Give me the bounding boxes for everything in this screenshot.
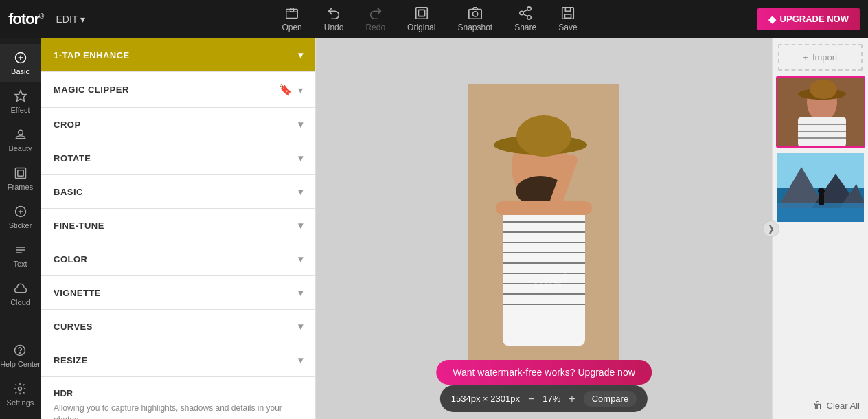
chevron-down-icon: ▾	[80, 14, 85, 25]
toolbar: Open Undo Redo Original Snapshot Share S…	[102, 5, 757, 32]
toolbar-snapshot[interactable]: Snapshot	[457, 5, 492, 32]
svg-rect-57	[819, 193, 824, 205]
svg-marker-16	[14, 91, 26, 102]
upgrade-button[interactable]: ◆ UPGRADE NOW	[757, 8, 860, 30]
effect-icon	[14, 89, 27, 103]
sidebar-item-beauty[interactable]: Beauty	[0, 121, 41, 159]
photo-thumb-1[interactable]	[776, 76, 865, 148]
svg-rect-19	[17, 170, 23, 176]
rotate-header[interactable]: ROTATE ▾	[41, 141, 315, 174]
crop-header[interactable]: CROP ▾	[41, 108, 315, 141]
sidebar-item-basic[interactable]: Basic	[0, 44, 41, 82]
sidebar-item-sticker[interactable]: Sticker	[0, 198, 41, 236]
section-resize: RESIZE ▾	[41, 343, 315, 377]
svg-point-22	[20, 353, 21, 354]
enhance-chevron: ▾	[298, 49, 304, 60]
import-button[interactable]: + Import	[778, 44, 863, 71]
settings-icon	[13, 382, 27, 396]
svg-point-17	[18, 130, 23, 135]
panel-toggle[interactable]: ❯	[763, 220, 779, 237]
topbar: fotor® EDIT ▾ Open Undo Redo Original Sn…	[0, 0, 868, 38]
crop-chevron: ▾	[298, 119, 304, 130]
svg-rect-4	[469, 10, 481, 19]
toolbar-open[interactable]: Open	[282, 5, 301, 32]
resize-header[interactable]: RESIZE ▾	[41, 343, 315, 376]
svg-point-5	[472, 12, 477, 16]
beauty-icon	[14, 128, 27, 141]
sidebar-item-settings[interactable]: Settings	[0, 375, 41, 414]
basic-icon	[14, 51, 27, 65]
vignette-header[interactable]: VIGNETTE ▾	[41, 276, 315, 309]
text-icon	[14, 243, 27, 257]
section-basic: BASIC ▾	[41, 175, 315, 209]
svg-point-8	[527, 16, 532, 19]
vignette-chevron: ▾	[298, 287, 304, 298]
svg-line-9	[523, 14, 527, 16]
redo-icon	[368, 5, 383, 21]
hdr-title: HDR	[54, 388, 303, 398]
section-enhance: 1-TAP ENHANCE ▾	[41, 38, 315, 72]
color-chevron: ▾	[298, 253, 304, 264]
edit-dropdown[interactable]: EDIT ▾	[56, 14, 85, 25]
sidebar-item-help[interactable]: Help Center	[0, 337, 41, 375]
snapshot-icon	[468, 5, 483, 21]
canvas-dimensions: 1534px × 2301px	[451, 394, 520, 404]
logo: fotor®	[8, 10, 43, 28]
toolbar-original[interactable]: Original	[407, 5, 435, 32]
photo-thumb-2[interactable]	[776, 152, 865, 223]
finetune-header[interactable]: FINE-TUNE ▾	[41, 209, 315, 242]
help-icon	[13, 343, 27, 357]
svg-point-46	[810, 80, 837, 99]
svg-point-58	[818, 188, 825, 194]
open-icon	[284, 5, 299, 21]
svg-rect-11	[562, 8, 574, 19]
svg-point-37	[516, 115, 571, 157]
magic-clipper-right: 🔖 ▾	[279, 83, 303, 96]
sidebar-item-frames[interactable]: Frames	[0, 159, 41, 198]
svg-rect-47	[798, 117, 846, 146]
section-hdr: HDR Allowing you to capture highlights, …	[41, 377, 315, 419]
zoom-in-button[interactable]: +	[569, 393, 575, 405]
section-curves: CURVES ▾	[41, 310, 315, 343]
hdr-description: Allowing you to capture highlights, shad…	[54, 403, 303, 419]
enhance-header[interactable]: 1-TAP ENHANCE ▾	[41, 38, 315, 71]
watermark-banner[interactable]: Want watermark-free works? Upgrade now	[436, 360, 652, 385]
original-icon	[414, 5, 429, 21]
zoom-out-button[interactable]: −	[528, 393, 534, 405]
trash-icon: 🗑	[813, 400, 823, 411]
color-header[interactable]: COLOR ▾	[41, 242, 315, 275]
svg-rect-3	[418, 10, 424, 16]
save-icon	[560, 5, 575, 21]
share-icon	[518, 5, 533, 21]
compare-button[interactable]: Compare	[584, 391, 637, 407]
sticker-icon	[14, 205, 27, 218]
undo-icon	[326, 5, 341, 21]
svg-line-10	[523, 10, 527, 12]
section-rotate: ROTATE ▾	[41, 141, 315, 175]
svg-point-7	[520, 11, 524, 15]
svg-rect-0	[286, 10, 298, 19]
section-vignette: VIGNETTE ▾	[41, 276, 315, 310]
main-layout: Basic Effect Beauty Frames Sticker Text …	[0, 38, 868, 419]
cloud-icon	[14, 282, 27, 295]
svg-rect-56	[777, 203, 865, 222]
svg-point-6	[527, 7, 532, 11]
toolbar-share[interactable]: Share	[514, 5, 536, 32]
left-sidebar: Basic Effect Beauty Frames Sticker Text …	[0, 38, 41, 419]
clear-all-button[interactable]: 🗑 Clear All	[813, 400, 860, 411]
sidebar-item-text[interactable]: Text	[0, 236, 41, 275]
right-panel: ❯ + Import	[772, 38, 868, 419]
magic-clipper-row[interactable]: MAGIC CLIPPER 🔖 ▾	[41, 72, 315, 108]
canvas-image: fotor	[468, 84, 619, 373]
toolbar-save[interactable]: Save	[558, 5, 577, 32]
bookmark-icon: 🔖	[279, 83, 293, 96]
curves-chevron: ▾	[298, 321, 304, 332]
curves-header[interactable]: CURVES ▾	[41, 310, 315, 343]
toolbar-undo[interactable]: Undo	[324, 5, 344, 32]
section-finetune: FINE-TUNE ▾	[41, 209, 315, 242]
rotate-chevron: ▾	[298, 152, 304, 163]
zoom-bar: 1534px × 2301px − 17% + Compare	[440, 385, 648, 412]
basic-header[interactable]: BASIC ▾	[41, 175, 315, 208]
sidebar-item-cloud[interactable]: Cloud	[0, 275, 41, 313]
sidebar-item-effect[interactable]: Effect	[0, 82, 41, 121]
